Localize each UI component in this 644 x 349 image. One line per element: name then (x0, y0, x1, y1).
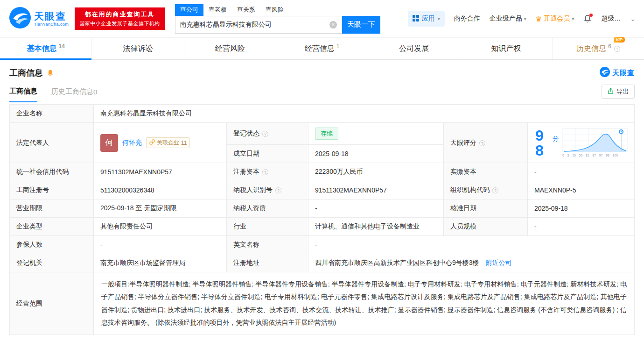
field-label: 实缴资本 (444, 163, 528, 181)
table-row: 工商注册号 511302000326348 纳税人识别号? 91511302MA… (10, 181, 635, 199)
field-label: 参保人数 (10, 236, 94, 254)
search-area: 查公司 查老板 查关系 查风险 ✕ 天眼一下 (175, 4, 380, 34)
tab-label: 公司发展 (399, 44, 429, 54)
table-row: 参保人数 - 英文名称 - (10, 236, 635, 254)
tab-count: 1 (336, 43, 340, 50)
section-header: 工商信息 天眼查 (0, 60, 644, 81)
business-cooperation-link[interactable]: 商务合作 (454, 14, 480, 23)
table-row: 企业类型 其他有限责任公司 行业 计算机、通信和其他电子设备制造业 人员规模 - (10, 218, 635, 236)
search-input[interactable] (175, 21, 329, 28)
search-tab-risk[interactable]: 查风险 (260, 4, 289, 16)
apps-menu[interactable]: 应用 ▾ (408, 11, 445, 27)
reg-status-cell: 存续 (308, 123, 444, 145)
field-label: 注册地址 (227, 254, 308, 272)
table-row: 统一社会信用代码 91511302MAEXNN0P57 注册资本? 222300… (10, 163, 635, 181)
enterprise-products-menu[interactable]: 企业级产品 ▾ (490, 14, 526, 23)
score-cell: 98 分 (528, 123, 635, 163)
field-label: 纳税人资质 (227, 199, 308, 218)
field-label: 营业期限 (10, 199, 94, 218)
insured-count-value: - (94, 236, 227, 254)
table-row: 经营范围 一般项目:半导体照明器件制造; 半导体照明器件销售; 半导体器件专用设… (10, 272, 635, 335)
open-vip-menu[interactable]: ♛ 开通会员 ▾ (536, 14, 574, 23)
tianyancha-logo[interactable]: 天眼查 TianYanCha.com (9, 7, 69, 30)
chevron-down-icon: ▾ (438, 16, 440, 21)
field-label: 企业名称 (10, 105, 94, 123)
field-label: 企业类型 (10, 218, 94, 236)
help-icon[interactable]: ? (479, 140, 485, 146)
chevron-down-icon: ▾ (572, 16, 574, 21)
legal-rep-cell: 何 何怀亮 关联企业 11 (94, 123, 227, 163)
clear-icon[interactable]: ✕ (329, 21, 337, 28)
tab-legal-litigation[interactable]: 法律诉讼 (91, 38, 183, 59)
axis-tick: 15 (572, 154, 576, 157)
axis-tick: 81 (586, 154, 589, 157)
taxpayer-quality-value: - (308, 199, 444, 218)
subtab-label: 历史工商信息 (51, 87, 93, 96)
tab-count: 6 (608, 43, 611, 50)
search-button[interactable]: 天眼一下 (342, 16, 380, 34)
table-row: 登记机关 南充市顺庆区市场监督管理局 注册地址 四川省南充市顺庆区高新技术产业园… (10, 254, 635, 272)
staff-size-value: - (528, 218, 635, 236)
nearby-companies-link[interactable]: 附近公司 (485, 259, 511, 266)
subtab-business-info[interactable]: 工商信息 (9, 81, 37, 102)
open-vip-label: 开通会员 (544, 14, 570, 23)
tab-intellectual-property[interactable]: 知识产权 (460, 38, 552, 59)
subscribe-bell-icon[interactable] (47, 69, 54, 77)
super-vip-menu[interactable]: 超级… (601, 14, 621, 23)
chevron-down-icon[interactable]: ⌄ (630, 15, 636, 22)
help-icon[interactable]: ? (262, 131, 268, 137)
header-menu: 应用 ▾ 商务合作 企业级产品 ▾ ♛ 开通会员 ▾ 超级… ⌄ (408, 11, 636, 27)
help-icon[interactable]: ? (614, 46, 620, 52)
page: 天眼查 TianYanCha.com 都在用的商业查询工具 国家中小企业发展子基… (0, 0, 644, 335)
tab-label: 法律诉讼 (123, 44, 153, 54)
legal-rep-link[interactable]: 何怀亮 (122, 139, 142, 147)
header: 天眼查 TianYanCha.com 都在用的商业查询工具 国家中小企业发展子基… (0, 0, 644, 37)
score-chart: 0 3 15 50 81 87 97 99 100 (562, 128, 628, 158)
field-label: 统一社会信用代码 (10, 163, 94, 181)
reg-number-value: 511302000326348 (94, 181, 227, 199)
industry-value: 计算机、通信和其他电子设备制造业 (308, 218, 444, 236)
tab-label: 经营风险 (215, 44, 245, 54)
apps-grid-icon (413, 15, 419, 23)
company-type-value: 其他有限责任公司 (94, 218, 227, 236)
help-icon[interactable]: ? (492, 187, 498, 193)
score-value: 98 (535, 128, 552, 158)
status-badge: 存续 (315, 128, 338, 140)
tab-label: 基本信息 (27, 44, 56, 54)
subtab-history-business-info[interactable]: 历史工商信息0 (51, 81, 97, 102)
tab-history-info[interactable]: 历史信息6 VIP ? (552, 38, 644, 59)
subtab-count: 0 (93, 88, 97, 96)
tianyancha-watermark: 天眼查 (600, 67, 635, 79)
search-tab-company[interactable]: 查公司 (175, 4, 203, 16)
tab-label: 经营信息 (305, 44, 335, 54)
related-companies-badge[interactable]: 关联企业 11 (146, 137, 190, 148)
section-title: 工商信息 (9, 67, 43, 78)
search-tab-relation[interactable]: 查关系 (232, 4, 260, 16)
search-tab-boss[interactable]: 查老板 (203, 4, 232, 16)
tab-company-development[interactable]: 公司发展 (368, 38, 460, 59)
axis-tick: 0 (562, 154, 564, 157)
score-unit: 分 (553, 135, 559, 143)
tianyancha-watermark-icon (600, 67, 610, 79)
export-button[interactable]: 导出 (602, 85, 635, 99)
tab-operation-risk[interactable]: 经营风险 (184, 38, 276, 59)
help-icon[interactable]: ? (262, 169, 268, 175)
reg-address-cell: 四川省南充市顺庆区高新技术产业园区科创中心9号楼3楼 附近公司 (308, 254, 635, 272)
table-row: 营业期限 2025-09-18 至 无固定期限 纳税人资质 - 核准日期 202… (10, 199, 635, 218)
field-label: 人员规模 (444, 218, 528, 236)
chain-icon (149, 139, 155, 146)
export-icon (608, 88, 614, 95)
notifications-bell-icon[interactable] (583, 14, 592, 23)
slogan-badge: 都在用的商业查询工具 国家中小企业发展子基金旗下机构 (75, 7, 165, 30)
avatar[interactable]: 何 (100, 134, 118, 152)
tab-operation-info[interactable]: 经营信息1 (276, 38, 368, 59)
tianyancha-watermark-label: 天眼查 (612, 69, 635, 78)
company-nav: 基本信息14 法律诉讼 经营风险 经营信息1 公司发展 知识产权 历史信息6 V… (0, 37, 644, 60)
chevron-down-icon: ▾ (524, 16, 526, 21)
help-icon[interactable]: ? (275, 187, 281, 193)
field-label-text: 纳税人识别号 (233, 186, 273, 193)
field-label: 英文名称 (227, 236, 308, 254)
enterprise-products-label: 企业级产品 (490, 14, 522, 23)
tab-basic-info[interactable]: 基本信息14 (0, 38, 91, 59)
slogan-line1: 都在用的商业查询工具 (79, 10, 160, 19)
